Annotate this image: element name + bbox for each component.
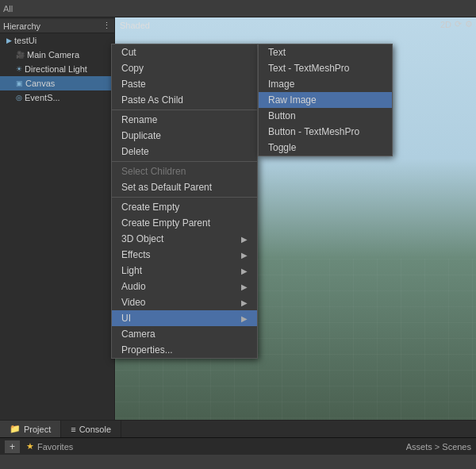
ctx-item-light[interactable]: Light▶ — [112, 263, 257, 279]
hierarchy-item-2[interactable]: ☀Directional Light — [0, 62, 114, 76]
sub-ctx-label: Toggle — [268, 142, 296, 153]
hierarchy-item-label: testUi — [14, 36, 36, 45]
ctx-label: Copy — [121, 63, 144, 74]
tab-console-label: Console — [79, 425, 111, 434]
search-bar-placeholder: All — [3, 4, 13, 13]
ctx-label: Paste — [121, 79, 146, 90]
context-menu: CutCopyPastePaste As ChildRenameDuplicat… — [111, 44, 258, 359]
sub-ctx-item-button[interactable]: Button — [259, 108, 392, 124]
hierarchy-item-icon: ▶ — [6, 37, 12, 44]
ctx-item-paste[interactable]: Paste — [112, 76, 257, 92]
ctx-label: Camera — [121, 329, 155, 340]
ctx-item-properties...[interactable]: Properties... — [112, 342, 257, 358]
hierarchy-item-0[interactable]: ▶testUi — [0, 33, 114, 48]
sub-ctx-label: Raw Image — [268, 94, 317, 106]
hierarchy-item-icon: ▣ — [16, 79, 23, 87]
sub-ctx-label: Image — [268, 79, 294, 90]
hierarchy-menu-icon[interactable]: ⋮ — [102, 21, 111, 31]
ctx-separator — [112, 110, 257, 110]
ctx-label: Create Empty — [121, 202, 179, 213]
ctx-item-3d_object[interactable]: 3D Object▶ — [112, 231, 257, 247]
hierarchy-panel: Hierarchy ⋮ ▶testUi🎥Main Camera☀Directio… — [0, 17, 115, 420]
ctx-label: Paste As Child — [121, 94, 183, 106]
ctx-item-rename[interactable]: Rename — [112, 112, 257, 128]
hierarchy-item-1[interactable]: 🎥Main Camera — [0, 48, 114, 62]
ctx-item-delete[interactable]: Delete — [112, 144, 257, 160]
ctx-label: Duplicate — [121, 130, 161, 141]
ctx-item-select_children: Select Children — [112, 163, 257, 179]
hierarchy-item-icon: 🎥 — [16, 51, 25, 59]
ctx-label: Effects — [121, 249, 150, 260]
ctx-separator — [112, 161, 257, 162]
ctx-item-create_empty[interactable]: Create Empty — [112, 199, 257, 215]
tab-project[interactable]: 📁 Project — [0, 421, 61, 437]
hierarchy-item-4[interactable]: ◎EventS... — [0, 90, 114, 105]
submenu-arrow-icon: ▶ — [241, 298, 248, 307]
add-button[interactable]: + — [5, 440, 20, 453]
ctx-label: Create Empty Parent — [121, 217, 210, 229]
ctx-item-set_as_default_parent[interactable]: Set as Default Parent — [112, 179, 257, 195]
hierarchy-title: Hierarchy — [3, 21, 40, 31]
top-bar: All — [0, 0, 476, 17]
hierarchy-item-label: Directional Light — [25, 64, 87, 74]
ctx-item-paste_as_child[interactable]: Paste As Child — [112, 92, 257, 108]
hierarchy-item-3[interactable]: ▣Canvas — [0, 76, 114, 90]
submenu-arrow-icon: ▶ — [241, 251, 248, 259]
sub-ctx-item-raw_image[interactable]: Raw Image — [259, 92, 392, 108]
ctx-label: 3D Object — [121, 233, 163, 244]
hierarchy-item-label: EventS... — [25, 93, 60, 102]
ctx-item-duplicate[interactable]: Duplicate — [112, 128, 257, 144]
ctx-label: Delete — [121, 146, 149, 157]
ctx-item-effects[interactable]: Effects▶ — [112, 247, 257, 263]
hierarchy-item-label: Canvas — [25, 79, 55, 88]
ctx-item-audio[interactable]: Audio▶ — [112, 279, 257, 294]
viewport-settings[interactable]: ⚙ — [465, 19, 473, 29]
ctx-label: Light — [121, 265, 142, 276]
sub-ctx-label: Text - TextMeshPro — [268, 63, 349, 74]
viewport-gizmo[interactable]: ⟳ — [455, 19, 462, 29]
ctx-item-video[interactable]: Video▶ — [112, 294, 257, 310]
ctx-label: Audio — [121, 281, 146, 292]
sub-ctx-label: Button - TextMeshPro — [268, 126, 359, 137]
ctx-item-ui[interactable]: UI▶ — [112, 310, 257, 326]
project-icon: 📁 — [10, 424, 21, 434]
hierarchy-items-container: ▶testUi🎥Main Camera☀Directional Light▣Ca… — [0, 33, 114, 105]
hierarchy-item-icon: ☀ — [16, 65, 22, 73]
breadcrumb: Assets > Scenes — [406, 442, 471, 452]
favorites-star-icon: ★ — [26, 441, 34, 452]
submenu-arrow-icon: ▶ — [241, 267, 248, 275]
ctx-label: Select Children — [121, 166, 186, 177]
sub-context-menu: TextText - TextMeshProImageRaw ImageButt… — [258, 44, 393, 156]
hierarchy-item-icon: ◎ — [16, 94, 22, 102]
tab-project-label: Project — [24, 425, 51, 434]
sub-ctx-item-image[interactable]: Image — [259, 76, 392, 92]
sub-ctx-item-text[interactable]: Text — [259, 44, 392, 60]
bottom-tabs: 📁 Project ≡ Console — [0, 420, 476, 437]
ctx-item-cut[interactable]: Cut — [112, 44, 257, 60]
sub-ctx-item-text___textmeshpro[interactable]: Text - TextMeshPro — [259, 60, 392, 76]
favorites-label: Favorites — [37, 442, 73, 452]
viewport-controls: 2D ⟳ ⚙ — [440, 19, 473, 29]
bottom-bar: + ★ Favorites Assets > Scenes — [0, 437, 476, 455]
viewport-2d-label[interactable]: 2D — [440, 20, 451, 29]
ctx-item-create_empty_parent[interactable]: Create Empty Parent — [112, 215, 257, 231]
hierarchy-item-label: Main Camera — [27, 50, 79, 60]
ctx-label: Cut — [121, 47, 136, 58]
sub-ctx-label: Button — [268, 110, 296, 121]
sub-ctx-item-button___textmeshpro[interactable]: Button - TextMeshPro — [259, 124, 392, 140]
viewport-mode-label: Shaded — [120, 21, 150, 30]
submenu-arrow-icon: ▶ — [241, 283, 248, 291]
sub-ctx-item-toggle[interactable]: Toggle — [259, 140, 392, 156]
ctx-separator — [112, 197, 257, 198]
ctx-item-camera[interactable]: Camera — [112, 326, 257, 342]
ctx-label: UI — [121, 313, 131, 324]
ctx-label: Set as Default Parent — [121, 182, 212, 193]
ctx-item-copy[interactable]: Copy — [112, 60, 257, 76]
ctx-label: Rename — [121, 114, 157, 125]
submenu-arrow-icon: ▶ — [241, 314, 248, 323]
ctx-label: Properties... — [121, 344, 173, 356]
console-icon: ≡ — [71, 425, 75, 434]
ctx-label: Video — [121, 297, 145, 308]
submenu-arrow-icon: ▶ — [241, 235, 248, 244]
tab-console[interactable]: ≡ Console — [61, 421, 121, 437]
